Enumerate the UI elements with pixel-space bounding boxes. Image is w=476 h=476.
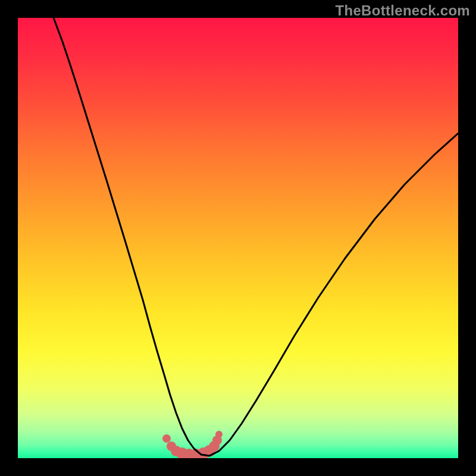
plot-area bbox=[18, 18, 458, 458]
watermark-text: TheBottleneck.com bbox=[336, 2, 470, 19]
chart-svg bbox=[18, 18, 458, 458]
chart-frame: { "watermark": "TheBottleneck.com", "gra… bbox=[0, 0, 476, 476]
marker-dot bbox=[162, 434, 171, 443]
gradient-background bbox=[18, 18, 458, 458]
marker-dot bbox=[215, 431, 223, 438]
